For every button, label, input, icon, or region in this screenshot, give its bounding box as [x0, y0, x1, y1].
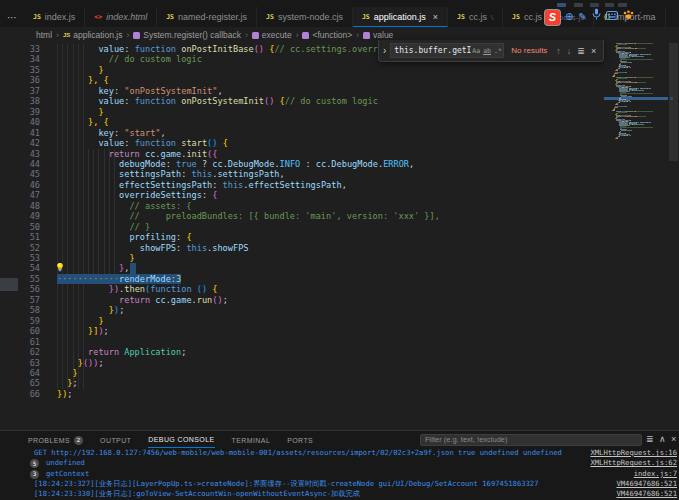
code-line-50[interactable]: 50 // }	[0, 222, 618, 232]
pen-icon[interactable]: ✎	[578, 8, 586, 26]
code-line-57[interactable]: 57 return cc.game.run();	[0, 295, 618, 305]
tab-index.js[interactable]: JSindex.js	[24, 7, 85, 27]
find-input[interactable]: this.buffer.getInt8 Aa ab .*	[390, 43, 504, 58]
code-line-54[interactable]: 54💡 },	[0, 263, 618, 273]
regex-icon[interactable]: .*	[493, 47, 504, 55]
line-number[interactable]: 50	[0, 222, 40, 232]
code-line-59[interactable]: 59 }	[0, 316, 618, 326]
line-number[interactable]: 60	[0, 326, 40, 336]
breadcrumb-item[interactable]: value	[363, 30, 393, 40]
console-source-link[interactable]: XMLHttpRequest.js:62	[590, 458, 677, 468]
code-line-36[interactable]: 36 }, {	[0, 75, 618, 85]
line-number[interactable]: 38	[0, 96, 40, 106]
code-line-46[interactable]: 46 effectSettingsPath: this.effectSettin…	[0, 180, 618, 190]
code-line-38[interactable]: 38 value: function onPostSystemInit() {/…	[0, 96, 618, 106]
console-filter-input[interactable]	[420, 434, 642, 446]
code-line-56[interactable]: 56 }).then(function () {	[0, 284, 618, 294]
code-line-53[interactable]: 53 }	[0, 253, 618, 263]
find-close-icon[interactable]: ×	[588, 46, 599, 56]
panel-tab-ports[interactable]: PORTS	[287, 433, 313, 448]
line-number[interactable]: 39	[0, 107, 40, 117]
panel-maximize-icon[interactable]: ∧	[659, 432, 666, 446]
mic-icon[interactable]	[592, 8, 601, 26]
tab-index.html[interactable]: <>index.html	[85, 7, 157, 27]
editor-scrollbar[interactable]	[668, 43, 679, 430]
code-line-60[interactable]: 60 }]);	[0, 326, 618, 336]
code-line-39[interactable]: 39 }	[0, 107, 618, 117]
find-next-icon[interactable]: ↓	[564, 46, 575, 56]
code-line-41[interactable]: 41 key: "start",	[0, 128, 618, 138]
console-source-link[interactable]: VM46947686:521	[616, 479, 677, 489]
paw-icon[interactable]	[623, 8, 634, 26]
line-number[interactable]: 66	[0, 389, 40, 399]
pinyin-icon[interactable]: ⊕	[565, 8, 573, 26]
code-line-44[interactable]: 44 debugMode: true ? cc.DebugMode.INFO :…	[0, 159, 618, 169]
line-number[interactable]: 58	[0, 305, 40, 315]
line-number[interactable]: 45	[0, 169, 40, 179]
find-expand-chevron-icon[interactable]: ›	[379, 45, 390, 56]
code-line-42[interactable]: 42 value: function start() {	[0, 138, 618, 148]
breadcrumb-item[interactable]: System.register() callback	[133, 30, 241, 40]
code-editor[interactable]: 33 value: function onPostInitBase() {// …	[0, 43, 618, 430]
line-number[interactable]: 49	[0, 211, 40, 221]
line-number[interactable]: 41	[0, 128, 40, 138]
line-number[interactable]: 40	[0, 117, 40, 127]
tab-overflow-ellipsis-icon[interactable]: ⋯	[0, 7, 24, 27]
panel-close-icon[interactable]: ×	[671, 432, 676, 446]
code-line-35[interactable]: 35 }	[0, 65, 618, 75]
tab-cc.js[interactable]: JScc.js\	[448, 7, 503, 27]
code-line-64[interactable]: 64 }	[0, 368, 618, 378]
tab-named-register.js[interactable]: JSnamed-register.js	[157, 7, 257, 27]
line-number[interactable]: 48	[0, 201, 40, 211]
code-line-51[interactable]: 51 profiling: {	[0, 232, 618, 242]
panel-tab-debug-console[interactable]: DEBUG CONSOLE	[148, 432, 214, 448]
code-line-63[interactable]: 63 }());	[0, 358, 618, 368]
code-line-48[interactable]: 48 // assets: {	[0, 201, 618, 211]
code-line-62[interactable]: 62 return Application;	[0, 347, 618, 357]
line-number[interactable]: 43	[0, 149, 40, 159]
line-number[interactable]: 47	[0, 190, 40, 200]
line-number[interactable]: 53	[0, 253, 40, 263]
breadcrumb-item[interactable]: JSapplication.js	[63, 30, 122, 40]
code-line-40[interactable]: 40 }, {	[0, 117, 618, 127]
code-line-52[interactable]: 52 showFPS: this.showFPS	[0, 243, 618, 253]
breadcrumb-item[interactable]: <function>	[302, 30, 352, 40]
line-number[interactable]: 59	[0, 316, 40, 326]
line-number[interactable]: 46	[0, 180, 40, 190]
line-number[interactable]: 34	[0, 54, 40, 64]
panel-tab-output[interactable]: OUTPUT	[100, 433, 131, 448]
line-number[interactable]: 42	[0, 138, 40, 148]
scrollbar-thumb[interactable]	[669, 43, 678, 161]
code-line-37[interactable]: 37 key: "onPostSystemInit",	[0, 86, 618, 96]
code-line-66[interactable]: 66});	[0, 389, 618, 399]
line-number[interactable]: 64	[0, 368, 40, 378]
line-number[interactable]: 57	[0, 295, 40, 305]
code-line-45[interactable]: 45 settingsPath: this.settingsPath,	[0, 169, 618, 179]
keyboard-icon[interactable]	[606, 8, 618, 26]
console-source-link[interactable]: VM46947686:521	[616, 489, 677, 499]
tab-system-node.cjs[interactable]: JSsystem-node.cjs	[257, 7, 353, 27]
line-number[interactable]: 44	[0, 159, 40, 169]
breadcrumb-item[interactable]: execute	[252, 30, 292, 40]
find-previous-icon[interactable]: ↑	[553, 46, 564, 56]
line-number[interactable]: 54	[0, 263, 40, 273]
breadcrumb-item[interactable]: html	[36, 30, 52, 40]
console-source-link[interactable]: XMLHttpRequest.js:16	[590, 448, 677, 458]
line-number[interactable]: 61	[0, 337, 40, 347]
code-line-49[interactable]: 49 // preloadBundles: [{ bundle: 'main',…	[0, 211, 618, 221]
line-number[interactable]: 62	[0, 347, 40, 357]
line-number[interactable]: 52	[0, 243, 40, 253]
line-number[interactable]: 63	[0, 358, 40, 368]
line-number[interactable]: 33	[0, 44, 40, 54]
code-line-65[interactable]: 65 };	[0, 378, 618, 388]
tab-application.js[interactable]: JSapplication.js×	[353, 7, 448, 27]
minimap[interactable]	[600, 43, 668, 430]
panel-tab-terminal[interactable]: TERMINAL	[232, 433, 271, 448]
find-query-text[interactable]: this.buffer.getInt8	[391, 46, 471, 55]
whole-word-icon[interactable]: ab	[482, 47, 493, 55]
line-number[interactable]: 35	[0, 65, 40, 75]
line-number[interactable]: 37	[0, 86, 40, 96]
tab-close-icon[interactable]: ×	[433, 12, 438, 22]
filter-icon[interactable]: ≣	[646, 432, 654, 446]
line-number[interactable]: 36	[0, 75, 40, 85]
